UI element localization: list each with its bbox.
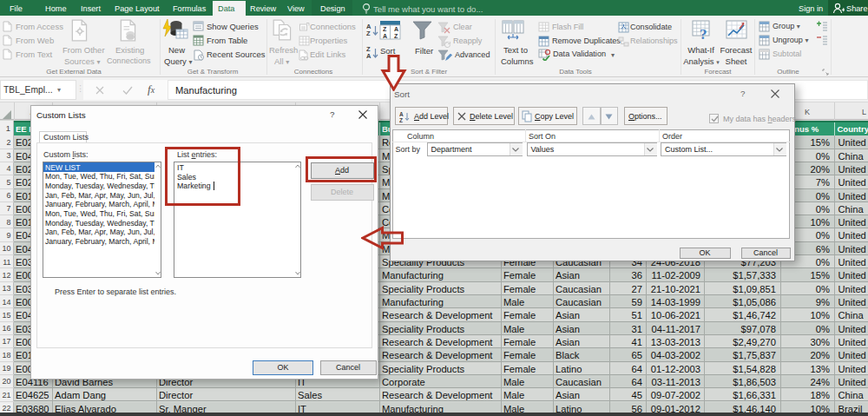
svg-text:?: ?	[700, 26, 707, 41]
svg-text:A: A	[394, 26, 398, 32]
svg-text:A: A	[399, 111, 404, 117]
svg-text:Z: Z	[399, 117, 403, 122]
svg-text:Z: Z	[394, 33, 398, 39]
svg-text:A: A	[383, 33, 387, 39]
svg-text:Z: Z	[383, 26, 387, 32]
